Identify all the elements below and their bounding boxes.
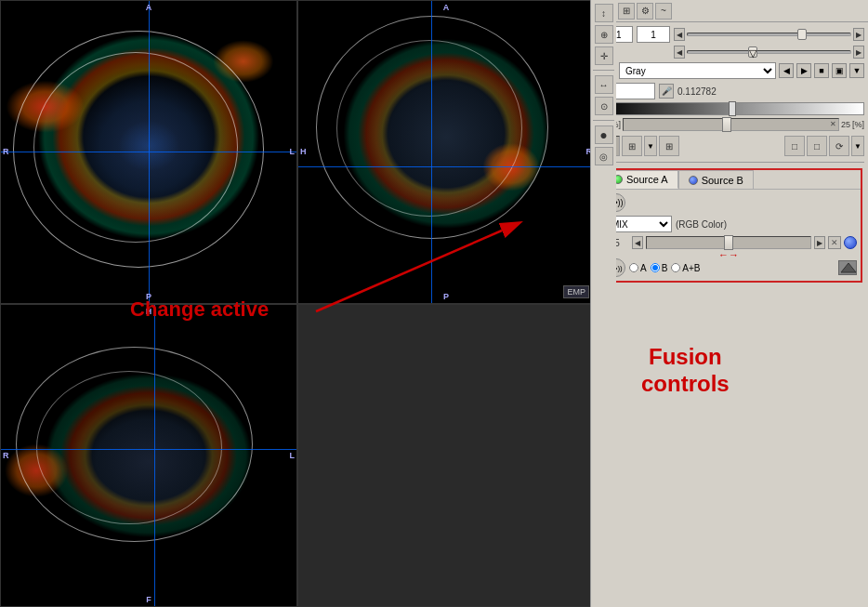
sidebar-icon-5[interactable]: ⊙ xyxy=(595,97,613,115)
label-bottom-bl: F xyxy=(146,595,151,604)
radio-apb-label[interactable]: A+B xyxy=(671,263,700,273)
sidebar-icon-4[interactable]: ↔ xyxy=(595,75,613,94)
tool-grid2-btn[interactable]: ⊞ xyxy=(659,136,679,156)
viewport-bottom-left[interactable]: H F R L xyxy=(0,304,297,608)
mix-slider-row: 0.5 ◀ ←→ ▶ ✕ xyxy=(607,236,857,249)
mix-blue-circle xyxy=(844,236,857,249)
source-icon-row: ((•)) xyxy=(607,193,857,212)
viewport-top-right[interactable]: A P H R EMP xyxy=(297,0,595,304)
source-tabs-container: Source A Source B ((•)) xyxy=(601,168,862,283)
emp-badge: EMP xyxy=(563,285,589,298)
source-panel: ((•)) MIX (RGB Color) 0.5 ◀ xyxy=(603,190,861,281)
number-row: ◀ ▶ xyxy=(599,26,864,43)
color-opt1-btn[interactable]: ■ xyxy=(814,63,829,78)
label-bottom-tr: P xyxy=(443,292,449,301)
number-row-2: ◀ ▽ ▶ xyxy=(599,46,864,59)
panel-content: ◀ ▶ ◀ ▽ ▶ xyxy=(596,22,868,607)
label-left-bl: R xyxy=(3,451,9,460)
sidebar-icon-1[interactable]: ↕ xyxy=(595,4,613,22)
slider-thumb-2[interactable]: ▽ xyxy=(748,46,757,58)
label-left-tl: R xyxy=(3,147,9,156)
radio-a-label[interactable]: A xyxy=(629,263,647,273)
mix-row: MIX (RGB Color) xyxy=(607,216,857,232)
number-input-2[interactable] xyxy=(637,26,670,43)
radio-b[interactable] xyxy=(651,263,660,272)
mix-slider[interactable]: ←→ xyxy=(646,236,811,249)
gradient-bar-row xyxy=(599,102,864,115)
color-more-btn[interactable]: ▼ xyxy=(849,63,864,78)
tool3-icon[interactable]: ⚙ xyxy=(637,3,653,20)
label-top-tl: A xyxy=(146,3,152,12)
tool-grid-dropdown[interactable]: ▼ xyxy=(644,136,657,156)
mic-icon[interactable]: 🎤 xyxy=(659,84,674,99)
mix-slider-thumb[interactable] xyxy=(724,235,733,250)
color-opt2-btn[interactable]: ▣ xyxy=(832,63,847,78)
label-right-tl: L xyxy=(290,147,296,156)
ab-row: ((•)) A B A+B xyxy=(607,258,857,277)
sidebar-icon-3[interactable]: ✛ xyxy=(595,46,613,65)
slider-left-arrow[interactable]: ◀ xyxy=(674,28,685,41)
mix-color-label: (RGB Color) xyxy=(676,219,727,230)
right-panel: ℹ ⊞ ⚙ ~ ◀ ▶ xyxy=(595,0,868,607)
tab-a-label: Source A xyxy=(626,174,668,185)
mix-close-btn[interactable]: ✕ xyxy=(828,236,841,249)
mix-select[interactable]: MIX xyxy=(607,216,672,232)
tool-more-dropdown[interactable]: ▼ xyxy=(851,136,864,156)
mountain-icon[interactable] xyxy=(838,260,857,275)
value-display: 0.112782 xyxy=(677,86,717,97)
gradient-thumb[interactable] xyxy=(729,101,736,116)
sidebar-icon-2[interactable]: ⊕ xyxy=(595,25,613,44)
top-toolbar: ℹ ⊞ ⚙ ~ xyxy=(596,0,868,22)
slider2-right-arrow[interactable]: ▶ xyxy=(853,46,864,59)
viewport-top-left[interactable]: A P R L xyxy=(0,0,297,304)
tool-grid-btn[interactable]: ⊞ xyxy=(622,136,642,156)
left-sidebar: ↕ ⊕ ✛ ↔ ⊙ ● ◎ xyxy=(590,0,616,607)
range-max-label: 25 xyxy=(841,120,850,129)
range-x-btn[interactable]: ✕ xyxy=(830,120,836,128)
radio-apb[interactable] xyxy=(671,263,680,272)
svg-marker-2 xyxy=(841,263,856,272)
tab-b-dot xyxy=(689,176,698,185)
slider2-left-arrow[interactable]: ◀ xyxy=(674,46,685,59)
slider-track-2[interactable]: ▽ xyxy=(687,50,851,54)
color-row: Gray Rainbow Hot ◀ ▶ ■ ▣ ▼ xyxy=(599,61,864,80)
range-slider-thumb[interactable] xyxy=(722,117,731,132)
wave-icon[interactable]: ~ xyxy=(655,3,672,20)
viewport-bottom-right xyxy=(297,304,595,608)
range-row: 0 [%] ✕ 25 [%] xyxy=(599,118,864,131)
radio-b-label[interactable]: B xyxy=(651,263,668,273)
value-row: 🎤 0.112782 xyxy=(599,83,864,99)
icon-toolbar: D ⊞ ▼ ⊞ □ □ ⟳ ▼ xyxy=(599,134,864,158)
mix-slider-left[interactable]: ◀ xyxy=(632,236,643,249)
color-select[interactable]: Gray Rainbow Hot xyxy=(619,62,776,79)
gradient-bar[interactable] xyxy=(599,102,864,115)
label-left-tr: H xyxy=(300,147,307,156)
label-top-bl: H xyxy=(146,307,152,316)
color-prev-btn[interactable]: ◀ xyxy=(779,63,794,78)
tab-b-label: Source B xyxy=(702,175,743,186)
viewport-area: A P R L A P H R EMP xyxy=(0,0,595,607)
color-next-btn[interactable]: ▶ xyxy=(796,63,811,78)
label-top-tr: A xyxy=(443,3,450,12)
label-right-bl: L xyxy=(290,451,296,460)
slider-thumb-1[interactable] xyxy=(797,29,807,40)
tool-refresh-btn[interactable]: ⟳ xyxy=(829,136,849,156)
radio-a[interactable] xyxy=(629,263,638,272)
mix-slider-right[interactable]: ▶ xyxy=(814,236,825,249)
grid-icon[interactable]: ⊞ xyxy=(618,3,635,20)
sidebar-icon-6[interactable]: ● xyxy=(595,125,613,144)
range-max-unit: [%] xyxy=(852,120,864,129)
tool-square2-btn[interactable]: □ xyxy=(807,136,827,156)
tool-square-btn[interactable]: □ xyxy=(784,136,805,156)
slider-track-1[interactable] xyxy=(687,33,851,36)
label-bottom-tl: P xyxy=(146,292,151,301)
slider-right-arrow[interactable]: ▶ xyxy=(853,28,864,41)
tab-source-b[interactable]: Source B xyxy=(678,170,754,189)
source-tabs: Source A Source B xyxy=(603,170,861,190)
sidebar-icon-7[interactable]: ◎ xyxy=(595,147,613,165)
range-slider[interactable]: ✕ xyxy=(623,118,839,131)
